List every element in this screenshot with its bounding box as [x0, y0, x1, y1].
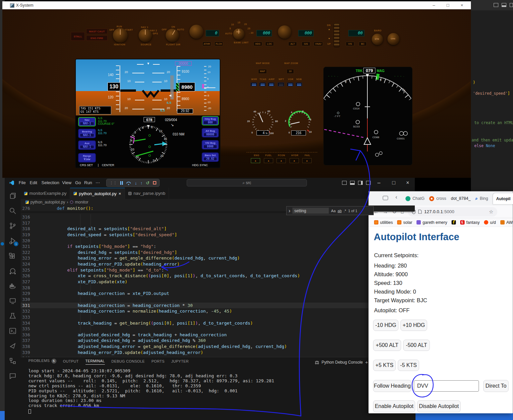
bookmark-aws[interactable]: AWS — [500, 220, 513, 225]
close-icon[interactable]: × — [406, 180, 409, 186]
close-tab-icon[interactable]: × — [119, 191, 121, 196]
vs-wheel[interactable] — [334, 23, 340, 47]
flight-dir-knob[interactable] — [166, 29, 179, 42]
docker-icon[interactable] — [9, 282, 17, 290]
loc-button[interactable]: LOC — [265, 42, 274, 46]
bookmark-fantasy[interactable]: Efantasy — [460, 220, 480, 225]
plus-500-alt-button[interactable]: +500 ALT — [373, 340, 401, 351]
direct-to-button[interactable]: Direct To — [483, 380, 509, 392]
vscode-titlebar[interactable]: File Edit Selection View Go Run ⋯ ⋮⋮ ↓ ↑… — [5, 178, 415, 188]
plus-10-hdg-button[interactable]: +10 HDG — [400, 320, 427, 331]
menu-view[interactable]: View — [62, 180, 71, 185]
search-icon[interactable] — [9, 207, 17, 215]
step-out-icon[interactable]: ↑ — [140, 180, 143, 185]
follow-heading-button[interactable]: Follow Heading — [373, 380, 411, 392]
vs-button[interactable]: V/S — [346, 42, 354, 46]
find-input[interactable]: setting — [292, 207, 329, 214]
menu-more[interactable]: ⋯ — [96, 180, 100, 185]
match-case-icon[interactable]: Aa — [331, 209, 335, 213]
tab-problems[interactable]: PROBLEMS5 — [28, 359, 56, 365]
bc-button[interactable]: BC — [359, 42, 367, 46]
kite-icon[interactable] — [9, 342, 17, 350]
restart-icon[interactable]: ↺ — [146, 180, 150, 185]
map-button[interactable]: MAP — [258, 69, 267, 74]
code-lines[interactable]: 316317318 desired_alt = setpoints["desir… — [21, 214, 415, 357]
xsystem-titlebar[interactable]: X-System – □ × — [2, 1, 471, 9]
jupyter-icon[interactable] — [9, 267, 17, 275]
menu-edit[interactable]: Edit — [30, 180, 37, 185]
wpt-toggle[interactable] — [278, 82, 284, 86]
vsi-bug-button[interactable]: VSI Bug0000 — [202, 140, 219, 149]
whole-word-icon[interactable]: ab — [338, 209, 342, 213]
pause-icon[interactable] — [120, 181, 123, 185]
bookmark-reddit[interactable]: u/d — [484, 220, 496, 225]
browser-tab-bing[interactable]: ⌕Bing — [475, 196, 488, 201]
url-field[interactable]: 127.0.0.1:5000 ☆ — [408, 207, 497, 217]
tab-ports[interactable]: PORTS — [151, 359, 164, 365]
remote-explorer-icon[interactable] — [9, 297, 17, 305]
comments-icon[interactable] — [9, 372, 17, 380]
tab-output[interactable]: OUTPUT — [63, 359, 79, 365]
source-control-icon[interactable] — [9, 222, 17, 230]
vnav-button[interactable]: VNAV — [314, 42, 323, 46]
menu-selection[interactable]: Selection — [41, 180, 59, 185]
ndb-toggle[interactable] — [296, 82, 302, 86]
bank-limit-knob[interactable] — [233, 28, 244, 40]
explorer-icon[interactable] — [9, 192, 17, 200]
browser-tab-autopilot[interactable]: Autopil× — [493, 193, 513, 204]
minus-500-alt-button[interactable]: -500 ALT — [403, 340, 430, 351]
terminal-profile[interactable]: Python Debug Console + — [315, 359, 368, 365]
browser-tab-chatgpt[interactable]: ChatG — [405, 196, 424, 201]
tab-python-autopilot[interactable]: python_autopilot.py× — [70, 188, 125, 199]
tab-scroll-chevron-icon[interactable]: ‹ — [395, 194, 397, 200]
regex-icon[interactable]: .* — [344, 209, 346, 213]
code-editor[interactable]: 276def monitor(): › setting Aa ab .* 1 o… — [21, 205, 415, 357]
athr-button[interactable]: ATHR — [202, 42, 211, 46]
plus-5-kts-button[interactable]: +5 KTS — [373, 360, 396, 371]
tcas-toggle[interactable] — [259, 82, 266, 86]
browser-tab-cross[interactable]: cross — [429, 196, 446, 201]
bookmark-utilities[interactable]: utilities — [374, 220, 393, 225]
tab-jupyter[interactable]: JUPYTER — [171, 359, 189, 365]
map-zoom-button[interactable]: 10 — [287, 69, 294, 74]
enable-autopilot-button[interactable]: Enable Autopilot — [373, 400, 415, 412]
vor-toggle[interactable] — [287, 82, 294, 86]
tab-monitorExample[interactable]: monitorExample.py — [21, 188, 70, 199]
maximize-icon[interactable]: □ — [392, 180, 395, 186]
layout-panel-icon[interactable] — [350, 181, 355, 185]
aux-source-button[interactable]: AuxNAV-1 — [78, 140, 96, 150]
waypoint-input[interactable]: DVV — [414, 380, 479, 392]
tab-terminal[interactable]: TERMINAL — [86, 359, 105, 365]
speed-knob[interactable] — [189, 25, 203, 39]
tab-debug-console[interactable]: DEBUG CONSOLE — [112, 359, 145, 365]
menu-run[interactable]: Run — [84, 180, 92, 185]
hdg-bug-button[interactable]: Hdg Bug000 — [202, 116, 219, 125]
alt-button[interactable]: ALT — [288, 42, 297, 46]
maximize-icon[interactable]: □ — [443, 2, 453, 8]
alt-bug-button[interactable]: Alt Bug00000 — [202, 128, 219, 137]
find-expand-chevron-icon[interactable]: › — [289, 208, 290, 214]
testing-icon[interactable] — [9, 312, 17, 320]
menu-go[interactable]: Go — [75, 180, 81, 185]
stop-icon[interactable] — [153, 181, 156, 184]
bookmark-gareth-emery[interactable]: gareth emery — [416, 220, 447, 225]
layout-sidebar-icon[interactable] — [342, 181, 347, 185]
browser-tab-dot8784[interactable]: dot_8784_ — [451, 196, 471, 201]
terminal-output[interactable]: loop start - 2024-04-05 23:18:07.905309t… — [28, 369, 274, 414]
bookmark-lightning[interactable] — [452, 220, 456, 225]
wxr-toggle[interactable] — [250, 82, 257, 86]
layout-customize-icon[interactable] — [366, 181, 371, 185]
layout-secondary-icon[interactable] — [358, 181, 363, 185]
minus-5-kts-button[interactable]: -5 KTS — [398, 360, 419, 371]
drag-grip-icon[interactable]: ⋮⋮ — [110, 181, 117, 185]
outline-icon[interactable] — [9, 357, 17, 365]
nav-source-button[interactable]: NavNAV-1 — [78, 117, 96, 126]
layout-sidebar-icon[interactable] — [494, 3, 498, 7]
bearing-source-button[interactable]: BearingNAV-1 — [78, 129, 96, 138]
source-knob[interactable] — [139, 29, 152, 42]
minus-10-hdg-button[interactable]: -10 HDG — [373, 320, 398, 331]
close-icon[interactable]: × — [457, 2, 467, 8]
terminal-panel-icon[interactable] — [9, 327, 17, 335]
layout-panel-icon[interactable] — [502, 3, 506, 7]
gs-button[interactable]: G/S — [302, 42, 310, 46]
